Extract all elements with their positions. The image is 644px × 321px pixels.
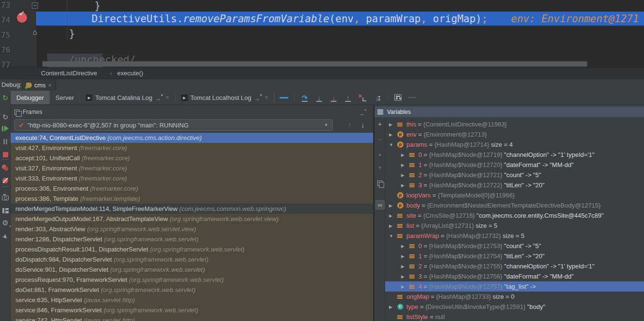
rerun-disabled-icon[interactable]: ↻: [0, 112, 11, 122]
debug-session-tab-cms[interactable]: cms ×: [22, 79, 56, 91]
variable-row-type[interactable]: ▶Etype = {DirectiveUtils$InvokeType@1259…: [385, 302, 644, 312]
expand-toggle-icon[interactable]: ▶: [401, 173, 409, 178]
resume-icon[interactable]: [0, 124, 11, 133]
variable-row-3[interactable]: ▶3 = {HashMap$Node@12722} "titLen" -> "2…: [385, 180, 644, 190]
variable-row-body[interactable]: ▶pbody = {Environment$NestedElementTempl…: [385, 200, 644, 210]
stack-frame[interactable]: process:306, Environment (freemarker.cor…: [11, 183, 373, 194]
stack-frame[interactable]: processRequest:970, FrameworkServlet (or…: [11, 275, 373, 285]
pause-icon[interactable]: [0, 137, 11, 147]
variable-row-3[interactable]: ▶3 = {HashMap$Node@12756} "dateFormat" -…: [385, 271, 644, 281]
evaluate-mode-infinity-icon[interactable]: ∞: [376, 200, 385, 209]
expand-toggle-icon[interactable]: ▶: [401, 264, 409, 269]
thread-dropdown[interactable]: ✔ "http-nio-8080-exec-6"@2,507 in group …: [14, 119, 333, 131]
stack-frame[interactable]: execute:74, ContentListDirective (com.je…: [11, 133, 373, 143]
variable-row-this[interactable]: ▶this = {ContentListDirective@11963}: [385, 119, 644, 129]
add-watch-icon[interactable]: +: [375, 119, 385, 129]
thread-dump-camera-icon[interactable]: [0, 193, 11, 203]
variable-row-site[interactable]: ▶site = {CmsSite@12716} "com.jeecms.core…: [385, 210, 644, 221]
tab-server[interactable]: Server: [50, 91, 80, 104]
step-into-icon[interactable]: ↓: [315, 93, 323, 102]
stack-frame[interactable]: render:303, AbstractView (org.springfram…: [11, 224, 373, 234]
scroll-to-end-icon[interactable]: →*: [155, 94, 163, 102]
expand-toggle-icon[interactable]: ▼: [389, 234, 397, 238]
stack-frame[interactable]: visit:327, Environment (freemarker.core): [11, 163, 373, 173]
expand-toggle-icon[interactable]: ▶: [401, 274, 409, 279]
next-frame-icon[interactable]: ↓: [361, 121, 365, 129]
expand-toggle-icon[interactable]: ▶: [401, 244, 409, 249]
remove-watch-icon[interactable]: −: [375, 135, 385, 144]
duplicate-watch-icon[interactable]: [375, 178, 385, 188]
expand-toggle-icon[interactable]: ▶: [389, 213, 397, 218]
force-step-into-icon[interactable]: ↓: [329, 93, 338, 102]
expand-toggle-icon[interactable]: ▶: [401, 183, 409, 188]
stack-frame[interactable]: service:742, HttpServlet (javax.servlet.…: [11, 315, 373, 321]
stack-frame[interactable]: renderMergedOutputModel:167, AbstractTem…: [11, 214, 373, 224]
previous-frame-icon[interactable]: ↑: [348, 121, 352, 129]
fold-end-icon[interactable]: ⌂: [32, 29, 38, 35]
run-to-cursor-icon[interactable]: ↓I: [373, 93, 381, 102]
evaluate-expression-icon[interactable]: [393, 93, 402, 102]
rerun-icon[interactable]: ↻: [0, 93, 11, 102]
close-tab-icon[interactable]: ×: [265, 94, 268, 101]
mute-breakpoints-icon[interactable]: [0, 176, 11, 185]
variable-row-origMap[interactable]: origMap = {HashMap@12733} size = 0: [385, 292, 644, 302]
stack-frame[interactable]: render:1286, DispatcherServlet (org.spri…: [11, 234, 373, 244]
move-down-icon[interactable]: ▼: [375, 163, 385, 172]
pin-icon[interactable]: ➤: [0, 232, 11, 241]
stack-frame[interactable]: visit:427, Environment (freemarker.core): [11, 143, 373, 153]
tab-debugger[interactable]: Debugger: [11, 91, 50, 104]
expand-toggle-icon[interactable]: ▼: [389, 142, 397, 147]
tab-tomcat-localhost-log[interactable]: ▶Tomcat Localhost Log→*×: [175, 91, 274, 104]
variable-row-1[interactable]: ▶1 = {HashMap$Node@12720} "dateFormat" -…: [385, 160, 644, 170]
variable-row-0[interactable]: ▶0 = {HashMap$Node@12719} "channelOption…: [385, 150, 644, 160]
variable-row-2[interactable]: ▶2 = {HashMap$Node@12755} "channelOption…: [385, 261, 644, 271]
move-up-icon[interactable]: ▲: [375, 149, 385, 159]
variable-row-0[interactable]: ▶0 = {HashMap$Node@12753} "count" -> "5": [385, 241, 644, 251]
variable-row-paramWrap[interactable]: ▼paramWrap = {HashMap@12732} size = 5: [385, 231, 644, 241]
expand-toggle-icon[interactable]: ▶: [389, 132, 397, 137]
stop-icon[interactable]: [0, 150, 11, 159]
variables-list[interactable]: ▶this = {ContentListDirective@11963}▶pen…: [385, 117, 644, 321]
show-execution-point-icon[interactable]: [280, 93, 288, 102]
stack-frame[interactable]: renderMergedTemplateModel:114, SimpleFre…: [11, 204, 373, 214]
stack-frame[interactable]: processDispatchResult:1041, DispatcherSe…: [11, 244, 373, 254]
variable-row-env[interactable]: ▶penv = {Environment@12713}: [385, 129, 644, 140]
expand-toggle-icon[interactable]: ▶: [389, 305, 397, 309]
expand-toggle-icon[interactable]: ▶: [401, 163, 409, 167]
stack-frame[interactable]: service:635, HttpServlet (javax.servlet.…: [11, 295, 373, 305]
breakpoint-icon[interactable]: ✔: [17, 13, 27, 23]
expand-toggle-icon[interactable]: ▶: [389, 203, 397, 208]
tab-tomcat-catalina-log[interactable]: ▶Tomcat Catalina Log→*×: [80, 91, 174, 104]
close-tab-icon[interactable]: ×: [166, 94, 169, 101]
drop-frame-icon[interactable]: ×: [358, 93, 367, 102]
breadcrumb-method[interactable]: execute(): [117, 68, 143, 79]
stack-frame[interactable]: process:386, Template (freemarker.templa…: [11, 194, 373, 204]
horizontal-scrollbar[interactable]: [42, 61, 587, 67]
stack-frame[interactable]: visit:333, Environment (freemarker.core): [11, 173, 373, 183]
breadcrumb-class[interactable]: ContentListDirective: [41, 68, 97, 79]
restore-layout-icon[interactable]: [0, 206, 11, 215]
fold-collapse-icon[interactable]: −: [32, 2, 38, 9]
stack-frames-list[interactable]: execute:74, ContentListDirective (com.je…: [11, 133, 373, 321]
variable-row-1[interactable]: ▶1 = {HashMap$Node@12754} "titLen" -> "2…: [385, 251, 644, 261]
view-breakpoints-icon[interactable]: [0, 163, 11, 173]
expand-toggle-icon[interactable]: ▶: [389, 223, 397, 228]
frames-header-action-icon[interactable]: →*: [359, 109, 366, 117]
variable-row-params[interactable]: ▼pparams = {HashMap@12714} size = 4: [385, 140, 644, 150]
expand-toggle-icon[interactable]: ▶: [401, 254, 409, 259]
scroll-to-end-icon[interactable]: →*: [254, 94, 262, 102]
stack-frame[interactable]: doDispatch:984, DispatcherServlet (org.s…: [11, 254, 373, 265]
variable-row-loopVars[interactable]: ploopVars = {TemplateModel[0]@11966}: [385, 190, 644, 200]
stack-frame[interactable]: service:846, FrameworkServlet (org.sprin…: [11, 305, 373, 315]
stack-frame[interactable]: doGet:861, FrameworkServlet (org.springf…: [11, 285, 373, 295]
expand-toggle-icon[interactable]: ▶: [401, 153, 409, 157]
variables-menu-icon[interactable]: [377, 109, 383, 115]
step-over-icon[interactable]: ↷: [300, 93, 309, 102]
variable-row-2[interactable]: ▶2 = {HashMap$Node@12721} "count" -> "5": [385, 170, 644, 180]
stack-frame[interactable]: accept:101, UnifiedCall (freemarker.core…: [11, 153, 373, 163]
expand-toggle-icon[interactable]: ▶: [401, 284, 409, 289]
step-out-icon[interactable]: ↑: [344, 93, 352, 102]
stack-frame[interactable]: doService:901, DispatcherServlet (org.sp…: [11, 265, 373, 275]
code-editor[interactable]: 73 74 75 76 77 ✔ − ⌂ } DirectiveUtils.re…: [0, 0, 644, 68]
close-session-icon[interactable]: ×: [48, 82, 52, 89]
